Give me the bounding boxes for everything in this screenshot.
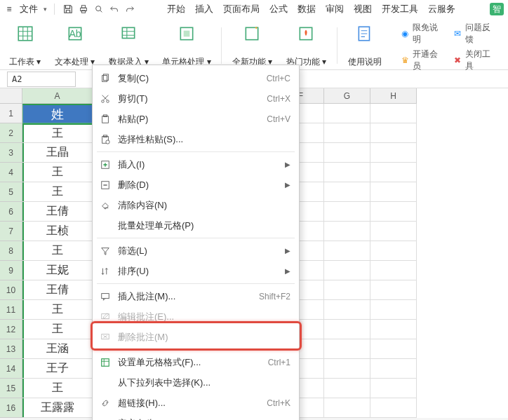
print-preview-icon[interactable] [93,3,105,15]
link-feedback[interactable]: ✉问题反馈 [453,22,497,46]
menu-item[interactable]: 删除(D)▶ [93,175,299,195]
cell[interactable]: 王桢 [22,222,93,241]
cell[interactable]: 王 [22,320,93,339]
menu-item[interactable]: 清除内容(N) [93,195,299,215]
cell[interactable] [324,123,370,143]
cell[interactable] [370,300,417,320]
cell[interactable] [324,300,370,320]
cell[interactable] [324,398,370,418]
tab-layout[interactable]: 页面布局 [223,3,260,15]
menu-item[interactable]: 批量处理单元格(P) [93,215,299,236]
cell[interactable]: 王 [22,163,93,182]
col-header-A[interactable]: A [22,88,93,104]
menu-item[interactable]: 复制(C)Ctrl+C [93,68,299,88]
file-menu[interactable]: 文件 [17,3,41,15]
row-header[interactable]: 10 [0,280,22,300]
col-header-H[interactable]: H [370,88,417,104]
menu-item[interactable]: 插入(I)▶ [93,154,299,175]
cell[interactable] [324,320,370,339]
cell[interactable] [370,261,417,280]
cell[interactable]: 王妮 [22,261,93,280]
select-all-corner[interactable] [0,88,22,104]
menu-item[interactable]: 超链接(H)...Ctrl+K [93,393,299,413]
cell[interactable] [324,241,370,261]
cell[interactable]: 王露露 [22,398,93,418]
cell[interactable] [370,379,417,398]
cell[interactable]: 王 [22,182,93,202]
tab-home[interactable]: 开始 [167,3,185,15]
cell[interactable] [370,280,417,300]
redo-icon[interactable] [123,3,136,15]
tab-developer[interactable]: 开发工具 [382,3,418,15]
chevron-down-icon[interactable]: ▾ [44,6,47,13]
tab-view[interactable]: 视图 [354,3,372,15]
tab-insert[interactable]: 插入 [195,3,213,15]
cell[interactable] [370,241,417,261]
tab-review[interactable]: 审阅 [326,3,344,15]
cell[interactable] [324,182,370,202]
group-cell[interactable]: 单元格处理 ▾ [159,22,214,68]
group-data-entry[interactable]: 数据录入 ▾ [105,22,152,68]
cell[interactable]: 王 [22,300,93,320]
link-free-info[interactable]: ◉限免说明 [400,22,444,46]
name-box[interactable]: A2 [7,72,76,87]
cell[interactable] [324,104,370,123]
cell[interactable]: 王倩 [22,280,93,300]
menu-item[interactable]: 选择性粘贴(S)... [93,129,299,149]
link-close-tool[interactable]: ✖关闭工具 [453,48,497,72]
smart-badge[interactable]: 智 [490,3,504,15]
cell[interactable]: 王 [22,379,93,398]
tab-data[interactable]: 数据 [298,3,316,15]
row-header[interactable]: 14 [0,359,22,379]
cell[interactable] [324,261,370,280]
cell[interactable] [370,143,417,163]
cell[interactable] [324,222,370,241]
menu-item[interactable]: 粘贴(P)Ctrl+V [93,109,299,129]
menu-item[interactable]: 设置单元格格式(F)...Ctrl+1 [93,352,299,372]
group-help[interactable]: 使用说明 [345,22,385,68]
cell[interactable] [324,379,370,398]
group-new-features[interactable]: 全新功能 ▾ [229,22,276,68]
cell[interactable] [370,359,417,379]
cell[interactable] [370,339,417,359]
row-header[interactable]: 1 [0,104,22,123]
row-header[interactable]: 7 [0,222,22,241]
cell[interactable]: 王 [22,123,93,143]
tab-cloud[interactable]: 云服务 [428,3,455,15]
row-header[interactable]: 16 [0,398,22,418]
cell[interactable]: 姓 [22,104,93,123]
row-header[interactable]: 4 [0,163,22,182]
link-membership[interactable]: ♛开通会员 [400,48,444,72]
cell[interactable] [370,222,417,241]
undo-icon[interactable] [108,3,121,15]
cell[interactable] [370,320,417,339]
menu-item[interactable]: 剪切(T)Ctrl+X [93,88,299,109]
cell[interactable]: 王子 [22,359,93,379]
row-header[interactable]: 9 [0,261,22,280]
menu-item[interactable]: 插入批注(M)...Shift+F2 [93,286,299,306]
cell[interactable] [324,339,370,359]
cell[interactable] [370,163,417,182]
cell[interactable]: 王涵 [22,339,93,359]
cell[interactable] [370,202,417,222]
row-header[interactable]: 8 [0,241,22,261]
cell[interactable]: 王倩 [22,202,93,222]
cell[interactable] [324,202,370,222]
cell[interactable] [324,280,370,300]
cell[interactable] [370,182,417,202]
cell[interactable]: 王晶 [22,143,93,163]
group-hot-features[interactable]: 热门功能 ▾ [283,22,330,68]
save-icon[interactable] [62,3,74,15]
menu-item[interactable]: 筛选(L)▶ [93,241,299,261]
tab-formula[interactable]: 公式 [269,3,288,15]
cell[interactable] [370,398,417,418]
row-header[interactable]: 2 [0,123,22,143]
print-icon[interactable] [77,3,90,15]
row-header[interactable]: 6 [0,202,22,222]
cell[interactable] [370,123,417,143]
cell[interactable] [324,359,370,379]
menu-item[interactable]: 排序(U)▶ [93,261,299,281]
col-header-G[interactable]: G [324,88,370,104]
group-text[interactable]: Ab 文本处理 ▾ [51,22,98,68]
row-header[interactable]: 11 [0,300,22,320]
